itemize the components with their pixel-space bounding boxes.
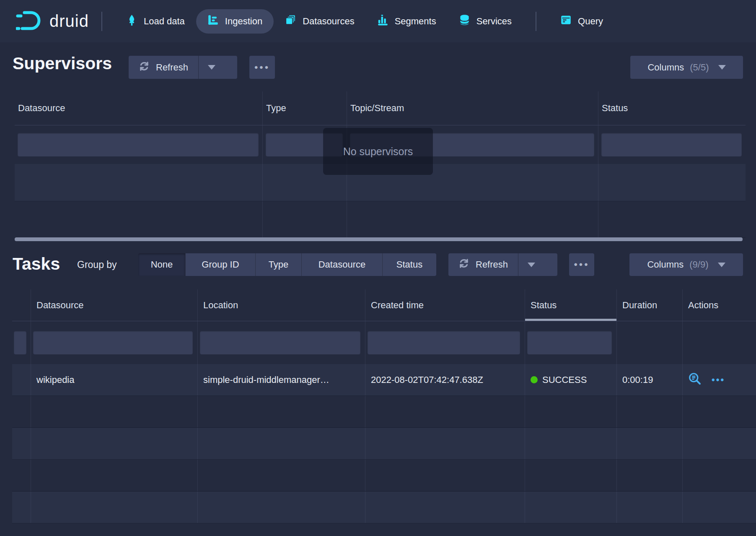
task-location: simple-druid-middlemanager… <box>197 364 365 395</box>
nav-item-label: Segments <box>395 16 436 27</box>
column-header-actions[interactable]: Actions <box>682 289 756 321</box>
druid-logo[interactable]: druid <box>16 10 89 33</box>
tasks-table-header: Datasource Location Created time Status … <box>12 289 756 321</box>
task-status-cell: SUCCESS <box>525 364 616 395</box>
success-status-dot-icon <box>531 376 538 383</box>
table-row <box>12 492 756 523</box>
created-time-filter-input[interactable] <box>368 331 520 354</box>
column-header-topic-stream[interactable]: Topic/Stream <box>347 91 598 125</box>
nav-item-load-data[interactable]: Load data <box>115 9 196 34</box>
column-header-status[interactable]: Status <box>525 289 616 321</box>
datasource-filter-input[interactable] <box>33 331 193 354</box>
nav-item-segments[interactable]: Segments <box>366 9 448 34</box>
group-by-datasource-button[interactable]: Datasource <box>302 253 383 276</box>
group-by-label: Group by <box>77 253 117 276</box>
nav-item-query[interactable]: Query <box>549 9 614 34</box>
chevron-down-icon <box>718 65 726 70</box>
nav-item-label: Load data <box>144 16 185 27</box>
nav-items: Load data Ingestion <box>115 9 614 34</box>
nav-item-ingestion[interactable]: Ingestion <box>196 9 274 34</box>
refresh-icon <box>458 258 469 271</box>
task-duration: 0:00:19 <box>616 364 682 395</box>
tasks-filter-row <box>12 321 756 364</box>
supervisors-refresh-button[interactable]: Refresh <box>129 56 237 79</box>
refresh-label: Refresh <box>156 62 188 73</box>
nav-item-label: Ingestion <box>225 16 262 27</box>
tasks-title: Tasks <box>13 254 60 274</box>
table-row <box>12 396 756 428</box>
load-data-icon <box>126 14 137 28</box>
tasks-more-button[interactable]: ••• <box>569 253 594 276</box>
task-datasource: wikipedia <box>31 364 197 395</box>
column-header-status[interactable]: Status <box>598 91 746 125</box>
segments-icon <box>377 14 388 28</box>
tasks-refresh-button[interactable]: Refresh <box>448 253 557 276</box>
supervisors-columns-button[interactable]: Columns (5/5) <box>630 56 743 79</box>
druid-console: druid Load data <box>0 0 756 536</box>
more-icon: ••• <box>254 62 270 73</box>
nav-item-label: Datasources <box>303 16 355 27</box>
top-nav: druid Load data <box>0 0 756 42</box>
nav-item-label: Query <box>578 16 603 27</box>
columns-label: Columns <box>647 259 684 270</box>
table-row <box>15 201 746 238</box>
tasks-refresh-caret[interactable] <box>518 253 544 276</box>
column-header-location[interactable]: Location <box>197 289 365 321</box>
location-filter-input[interactable] <box>200 331 360 354</box>
tasks-columns-button[interactable]: Columns (9/9) <box>629 253 743 276</box>
chevron-down-icon <box>208 65 215 70</box>
nav-item-datasources[interactable]: Datasources <box>274 9 366 34</box>
supervisors-horizontal-scrollbar[interactable] <box>15 237 743 241</box>
status-badge: SUCCESS <box>542 375 587 385</box>
column-header-duration[interactable]: Duration <box>616 289 682 321</box>
nav-item-services[interactable]: Services <box>448 9 523 34</box>
supervisors-table-header: Datasource Type Topic/Stream Status <box>15 91 746 125</box>
task-row-wikipedia[interactable]: wikipedia simple-druid-middlemanager… 20… <box>12 364 756 396</box>
datasources-icon <box>285 14 296 28</box>
column-header-datasource[interactable]: Datasource <box>31 289 197 321</box>
services-icon <box>459 14 470 28</box>
tasks-table: Datasource Location Created time Status … <box>12 289 756 523</box>
status-filter-input[interactable] <box>527 331 612 354</box>
query-icon <box>560 14 572 28</box>
more-icon: ••• <box>574 259 589 271</box>
columns-count: (9/9) <box>689 259 708 270</box>
status-filter-input[interactable] <box>601 133 742 156</box>
group-by-type-button[interactable]: Type <box>256 253 302 276</box>
column-header-type[interactable]: Type <box>262 91 347 125</box>
column-header-created-time[interactable]: Created time <box>365 289 525 321</box>
nav-item-label: Services <box>476 16 512 27</box>
chevron-down-icon <box>718 263 725 267</box>
table-row <box>12 428 756 460</box>
task-actions-more-icon[interactable]: ••• <box>712 375 725 385</box>
id-filter-input[interactable] <box>14 331 26 354</box>
sort-indicator <box>525 319 616 321</box>
column-header-datasource[interactable]: Datasource <box>15 91 262 125</box>
group-by-status-button[interactable]: Status <box>383 253 436 276</box>
supervisors-title: Supervisors <box>13 54 112 73</box>
group-by-button-group: None Group ID Type Datasource Status <box>138 253 436 276</box>
task-created-time: 2022-08-02T07:42:47.638Z <box>365 364 525 395</box>
ingestion-icon <box>207 14 219 28</box>
refresh-label: Refresh <box>476 259 508 270</box>
refresh-icon <box>139 61 150 74</box>
table-row <box>12 460 756 492</box>
group-by-group-id-button[interactable]: Group ID <box>186 253 256 276</box>
chevron-down-icon <box>528 263 535 267</box>
column-header-status-label: Status <box>531 300 557 311</box>
brand-wordmark: druid <box>49 12 89 31</box>
task-detail-magnifier-icon[interactable] <box>688 372 702 388</box>
druid-logo-icon <box>16 10 43 33</box>
supervisors-refresh-caret[interactable] <box>199 56 225 79</box>
columns-count: (5/5) <box>690 62 709 73</box>
nav-separator <box>536 12 536 31</box>
no-supervisors-message: No supervisors <box>323 128 433 175</box>
nav-separator <box>101 12 102 31</box>
supervisors-more-button[interactable]: ••• <box>249 56 275 79</box>
group-by-none-button[interactable]: None <box>138 253 186 276</box>
task-actions-cell: ••• <box>682 364 756 395</box>
column-header-id[interactable] <box>12 289 31 321</box>
datasource-filter-input[interactable] <box>18 133 259 156</box>
columns-label: Columns <box>647 62 684 73</box>
